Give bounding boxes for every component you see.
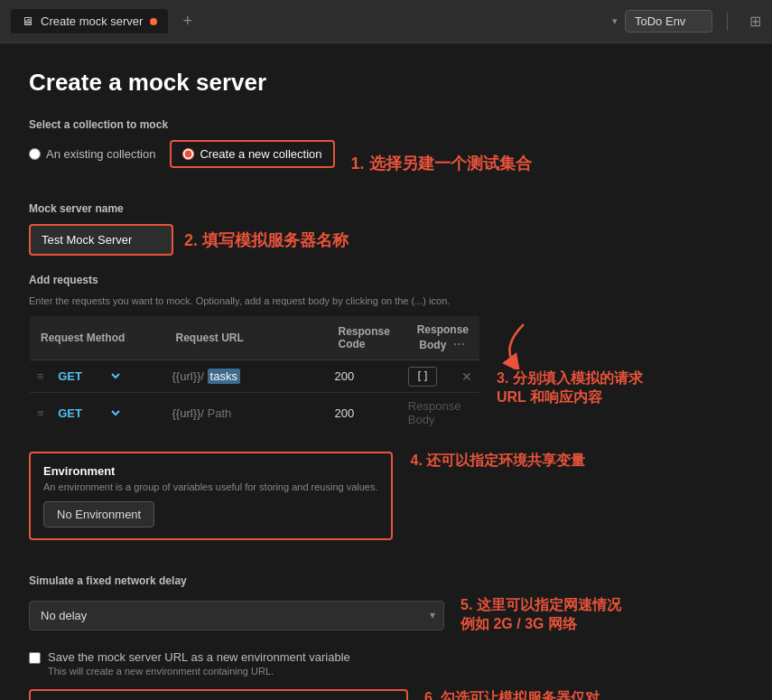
mock-name-input-wrap: 2. 填写模拟服务器名称 [29,224,743,256]
env-section-wrap: Environment An environment is a group of… [29,452,743,558]
col-code: Response Code [328,316,401,360]
requests-annotation: 3. 分别填入模拟的请求 URL 和响应内容 [497,369,643,407]
collection-options: An existing collection Create a new coll… [29,140,743,186]
new-collection-label: Create a new collection [200,147,321,161]
env-section: Environment An environment is a group of… [29,452,393,540]
env-section-desc: An environment is a group of variables u… [43,481,378,492]
collection-annotation: 1. 选择另建一个测试集合 [351,153,532,174]
network-annotation: 5. 这里可以指定网速情况 例如 2G / 3G 网络 [460,596,621,634]
env-select-button[interactable]: No Environment [43,501,154,527]
requests-table-head: Request Method Request URL Response Code… [30,316,480,360]
tab-label: Create mock server [41,14,143,28]
table-row: ≡ GETPOSTPUTDELETE {{url}}/ 200 [30,393,480,434]
requests-table-body: ≡ GETPOSTPUTDELETE {{url}}/ tasks 200 [30,360,480,434]
col-body: Response Body ··· [401,316,480,360]
requests-annotation-wrap: 3. 分别填入模拟的请求 URL 和响应内容 [497,315,643,407]
save-url-subtext: This will create a new environment conta… [48,666,350,677]
env-annotation: 4. 还可以指定环境共享变量 [411,452,586,471]
new-collection-box[interactable]: Create a new collection [170,140,334,168]
row2-method-cell: ≡ GETPOSTPUTDELETE [30,393,165,434]
arrow-icon [497,315,533,369]
private-section-wrap: Make mock server private To call a priva… [29,689,743,700]
save-url-checkbox[interactable] [29,652,41,664]
requests-hint: Enter the requests you want to mock. Opt… [29,295,743,306]
requests-label: Add requests [29,274,743,286]
title-bar-right: ▾ ToDo Env ⊞ [612,10,761,33]
requests-table-wrap: Request Method Request URL Response Code… [29,315,743,434]
table-more-button[interactable]: ··· [450,336,469,352]
row2-response-code[interactable]: 200 [335,406,355,420]
row1-code-cell: 200 [328,360,401,393]
add-tab-button[interactable]: + [175,8,200,34]
drag-handle-icon[interactable]: ≡ [37,369,44,383]
tab-server-icon: 🖥 [22,14,33,28]
row1-url-cell: {{url}}/ tasks [165,360,328,393]
existing-radio[interactable] [29,148,41,160]
row2-body-cell: Response Body [401,393,480,434]
save-url-section: Save the mock server URL as a new enviro… [29,650,743,677]
row1-method-select[interactable]: GETPOSTPUTDELETE [51,367,123,386]
monitor-icon[interactable]: ⊞ [749,13,761,30]
main-content: Create a mock server Select a collection… [0,43,772,700]
save-url-label: Save the mock server URL as a new enviro… [48,650,350,664]
row2-url-path-input[interactable] [208,406,280,420]
row1-method-cell: ≡ GETPOSTPUTDELETE [30,360,165,393]
mock-name-label: Mock server name [29,202,743,215]
requests-section: Add requests Enter the requests you want… [29,274,743,434]
col-method: Request Method [30,316,165,360]
env-section-title: Environment [43,464,378,478]
row2-url-prefix: {{url}}/ [172,406,204,420]
delay-select[interactable]: No delay 2G 3G 4G Custom [29,601,444,630]
save-url-item: Save the mock server URL as a new enviro… [29,650,743,677]
active-tab[interactable]: 🖥 Create mock server [11,9,168,33]
env-dropdown-chevron: ▾ [612,15,618,27]
divider [727,13,728,31]
requests-table: Request Method Request URL Response Code… [29,315,480,434]
env-select[interactable]: ToDo Env [625,10,712,33]
network-label: Simulate a fixed network delay [29,574,743,587]
mock-name-annotation: 2. 填写模拟服务器名称 [184,229,349,251]
row1-url-prefix: {{url}}/ [172,369,204,383]
mock-name-input[interactable] [29,224,173,256]
network-delay-wrap: No delay 2G 3G 4G Custom ▾ 5. 这里可以指定网速情况… [29,596,743,634]
drag-handle-icon[interactable]: ≡ [37,406,44,420]
row2-code-cell: 200 [328,393,401,434]
row1-response-body[interactable]: [] [408,367,437,387]
private-section: Make mock server private To call a priva… [29,689,408,700]
mock-name-section: Mock server name 2. 填写模拟服务器名称 [29,202,743,256]
row1-response-code[interactable]: 200 [335,369,355,383]
new-collection-radio[interactable] [182,148,194,160]
row2-url-cell: {{url}}/ [165,393,328,434]
tab-unsaved-dot [150,18,157,25]
collection-radio-group: An existing collection Create a new coll… [29,140,335,168]
row1-url-path[interactable]: tasks [208,369,240,384]
row1-body-cell: [] ✕ [401,360,480,393]
title-bar: 🖥 Create mock server + ▾ ToDo Env ⊞ [0,0,772,43]
collection-section-label: Select a collection to mock [29,118,743,131]
private-annotation: 6. 勾选可让模拟服务器仅对 持有效 API 秘钥的客户端开放 [424,689,616,700]
existing-collection-option[interactable]: An existing collection [29,147,155,161]
row2-method-select[interactable]: GETPOSTPUTDELETE [51,404,123,423]
page-title: Create a mock server [29,69,743,97]
table-row: ≡ GETPOSTPUTDELETE {{url}}/ tasks 200 [30,360,480,393]
row1-delete-button[interactable]: ✕ [461,369,472,384]
network-section: Simulate a fixed network delay No delay … [29,574,743,634]
col-url: Request URL [165,316,328,360]
row2-response-body-placeholder: Response Body [408,399,461,426]
delay-select-wrap: No delay 2G 3G 4G Custom ▾ [29,601,444,630]
